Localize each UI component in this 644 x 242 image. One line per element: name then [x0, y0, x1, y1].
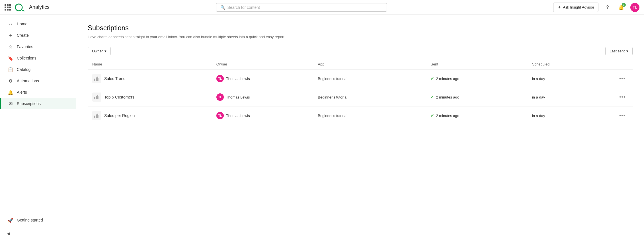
sidebar-item-subscriptions-label: Subscriptions — [17, 101, 41, 106]
star-icon: ☆ — [8, 44, 13, 50]
catalog-icon: 📋 — [8, 67, 13, 72]
table-body: Sales Trend TL Thomas Lewis Beginner's t… — [88, 69, 633, 125]
row-sent-1: ✔ 2 minutes ago — [430, 95, 532, 100]
owner-filter-label: Owner — [92, 49, 103, 53]
row-sent-0: ✔ 2 minutes ago — [430, 76, 532, 81]
sidebar-bottom: ◀ — [0, 226, 76, 239]
row-actions-0: ••• — [617, 76, 628, 82]
grid-menu-icon[interactable] — [5, 4, 11, 11]
sidebar-collapse-button[interactable]: ◀ — [0, 228, 76, 239]
notifications-button[interactable]: 🔔 1 — [617, 3, 626, 12]
sidebar-item-subscriptions[interactable]: ✉ Subscriptions — [0, 98, 76, 109]
sidebar-spacer — [0, 109, 76, 214]
page-title: Subscriptions — [88, 24, 633, 32]
check-icon-1: ✔ — [430, 95, 434, 100]
owner-filter-button[interactable]: Owner ▾ — [88, 47, 111, 55]
row-actions-2: ••• — [617, 113, 628, 119]
header-left: Analytics — [5, 3, 50, 11]
more-options-icon-1[interactable]: ••• — [619, 94, 625, 100]
home-icon: ⌂ — [8, 21, 13, 27]
sidebar: ⌂ Home ＋ Create ☆ Favorites 🔖 Collection… — [0, 15, 76, 242]
sidebar-item-getting-started-label: Getting started — [17, 218, 43, 222]
plus-icon: ＋ — [8, 32, 13, 38]
row-name-text-2: Sales per Region — [104, 113, 135, 118]
row-name-text-1: Top 5 Customers — [104, 95, 134, 99]
header: Analytics 🔍 Search for content ✦ Ask Ins… — [0, 0, 644, 15]
svg-rect-12 — [97, 114, 98, 118]
check-icon-0: ✔ — [430, 76, 434, 81]
sidebar-item-favorites[interactable]: ☆ Favorites — [0, 41, 76, 52]
chart-icon-2 — [92, 111, 101, 120]
svg-rect-6 — [94, 97, 95, 99]
search-icon: 🔍 — [220, 5, 225, 10]
svg-rect-2 — [94, 79, 95, 81]
row-scheduled-1: in a day — [532, 95, 617, 99]
row-sent-2: ✔ 2 minutes ago — [430, 113, 532, 118]
owner-avatar-0: TL — [216, 75, 224, 82]
owner-name-1: Thomas Lewis — [226, 95, 250, 99]
table-header: Name Owner App Sent Scheduled — [88, 62, 633, 69]
subscriptions-icon: ✉ — [8, 101, 13, 106]
last-sent-sort-button[interactable]: Last sent ▾ — [605, 47, 633, 55]
last-sent-chevron-icon: ▾ — [626, 49, 628, 53]
sidebar-item-automations[interactable]: ⚙ Automations — [0, 75, 76, 87]
col-header-actions — [617, 62, 628, 66]
header-right: ✦ Ask Insight Advisor ? 🔔 1 TL — [553, 3, 639, 12]
sidebar-item-catalog-label: Catalog — [17, 67, 30, 72]
chart-icon-0 — [92, 74, 101, 83]
app-name: Analytics — [29, 4, 50, 10]
notification-badge: 1 — [622, 3, 626, 7]
owner-name-0: Thomas Lewis — [226, 77, 250, 81]
sent-time-1: 2 minutes ago — [436, 95, 459, 99]
sidebar-item-getting-started[interactable]: 🚀 Getting started — [0, 214, 76, 226]
svg-rect-10 — [94, 116, 95, 118]
row-actions-1: ••• — [617, 94, 628, 100]
table-row: Top 5 Customers TL Thomas Lewis Beginner… — [88, 88, 633, 106]
col-header-name: Name — [92, 62, 216, 66]
help-icon: ? — [606, 5, 609, 10]
owner-avatar-1: TL — [216, 93, 224, 101]
filter-bar: Owner ▾ Last sent ▾ — [88, 47, 633, 55]
more-options-icon-2[interactable]: ••• — [619, 113, 625, 119]
sidebar-item-alerts-label: Alerts — [17, 90, 27, 95]
user-avatar[interactable]: TL — [630, 3, 639, 12]
chart-icon-1 — [92, 93, 101, 102]
sidebar-item-home-label: Home — [17, 22, 27, 26]
alerts-icon: 🔔 — [8, 89, 13, 95]
sidebar-item-collections[interactable]: 🔖 Collections — [0, 52, 76, 64]
row-name-text-0: Sales Trend — [104, 76, 126, 81]
svg-rect-8 — [97, 95, 98, 99]
owner-name-2: Thomas Lewis — [226, 114, 250, 118]
row-scheduled-2: in a day — [532, 114, 617, 118]
svg-rect-7 — [96, 96, 97, 99]
row-name-2: Sales per Region — [92, 111, 216, 120]
svg-rect-3 — [96, 77, 97, 81]
row-owner-1: TL Thomas Lewis — [216, 93, 318, 101]
search-box[interactable]: 🔍 Search for content — [216, 3, 387, 12]
owner-chevron-icon: ▾ — [104, 49, 106, 53]
row-owner-0: TL Thomas Lewis — [216, 75, 318, 82]
page-description: Have charts or sheets sent straight to y… — [88, 35, 633, 39]
layout: ⌂ Home ＋ Create ☆ Favorites 🔖 Collection… — [0, 15, 644, 242]
sidebar-item-alerts[interactable]: 🔔 Alerts — [0, 87, 76, 98]
insight-advisor-button[interactable]: ✦ Ask Insight Advisor — [553, 3, 598, 12]
row-owner-2: TL Thomas Lewis — [216, 112, 318, 119]
more-options-icon-0[interactable]: ••• — [619, 76, 625, 82]
row-name-1: Top 5 Customers — [92, 93, 216, 102]
table-row: Sales Trend TL Thomas Lewis Beginner's t… — [88, 69, 633, 88]
svg-rect-9 — [99, 96, 99, 99]
insight-advisor-label: Ask Insight Advisor — [563, 5, 594, 9]
row-scheduled-0: in a day — [532, 77, 617, 81]
check-icon-2: ✔ — [430, 113, 434, 118]
table-row: Sales per Region TL Thomas Lewis Beginne… — [88, 106, 633, 125]
svg-rect-13 — [99, 115, 99, 118]
last-sent-label: Last sent — [610, 49, 625, 53]
qlik-logo[interactable] — [14, 3, 26, 11]
row-name-0: Sales Trend — [92, 74, 216, 83]
sidebar-item-home[interactable]: ⌂ Home — [0, 18, 76, 30]
sidebar-item-create[interactable]: ＋ Create — [0, 30, 76, 41]
search-area: 🔍 Search for content — [61, 3, 542, 12]
sidebar-item-catalog[interactable]: 📋 Catalog — [0, 64, 76, 75]
row-app-0: Beginner's tutorial — [318, 77, 430, 81]
help-button[interactable]: ? — [603, 3, 612, 12]
